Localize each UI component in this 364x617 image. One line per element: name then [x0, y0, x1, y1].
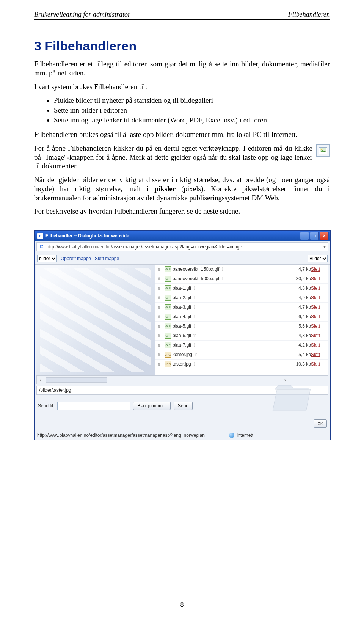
status-bar: http://www.blabyhallen.no/editor/assetma…	[35, 431, 330, 440]
table-row[interactable]: ⇧GIFbaneoversikt_150px.gif ⇧4,7 kbSlett	[155, 265, 328, 274]
delete-link[interactable]: Slett	[311, 314, 320, 319]
file-size: 10,3 kb	[288, 361, 311, 367]
address-dropdown-icon[interactable]: ▾	[321, 244, 328, 250]
delete-link[interactable]: Slett	[311, 267, 320, 272]
insert-icon[interactable]: ⇧	[157, 305, 165, 310]
type-select[interactable]: Bilder	[308, 255, 328, 262]
page-title: 3 Filbehandleren	[34, 39, 330, 53]
paragraph: Når det gjelder bilder er det viktig at …	[34, 175, 330, 202]
globe-icon	[229, 433, 234, 438]
table-row[interactable]: ⇧GIFblaa-5.gif ⇧5,6 kbSlett	[155, 322, 328, 331]
svg-point-2	[321, 149, 322, 150]
delete-link[interactable]: Slett	[311, 361, 320, 367]
filetype-icon: GIF	[165, 342, 171, 348]
file-size: 4,8 kb	[288, 333, 311, 338]
file-name[interactable]: GIFblaa-2.gif ⇧	[165, 295, 288, 301]
insert-icon[interactable]: ⇧	[157, 314, 165, 319]
delete-link[interactable]: Slett	[311, 276, 320, 281]
insert-icon[interactable]: ⇧	[157, 276, 165, 281]
list-item: Sette inn bilder i editoren	[54, 105, 330, 115]
table-row[interactable]: ⇧GIFblaa-4.gif ⇧6,4 kbSlett	[155, 312, 328, 322]
filetype-icon: GIF	[165, 333, 171, 339]
insert-icon[interactable]: ⇧	[157, 333, 165, 338]
table-row[interactable]: ⇧GIFblaa-3.gif ⇧4,7 kbSlett	[155, 303, 328, 312]
insert-icon[interactable]: ⇧	[157, 362, 165, 367]
file-name[interactable]: GIFbaneoversikt_150px.gif ⇧	[165, 266, 288, 272]
file-name[interactable]: GIFblaa-5.gif ⇧	[165, 323, 288, 329]
header-left: Brukerveiledning for administrator	[34, 11, 130, 19]
delete-link[interactable]: Slett	[311, 333, 320, 338]
table-row[interactable]: ⇧JPGkontor.jpg ⇧5,4 kbSlett	[155, 350, 328, 360]
file-size: 4,8 kb	[288, 286, 311, 291]
filetype-icon: GIF	[165, 266, 171, 272]
file-input[interactable]	[57, 402, 130, 410]
filemanager-dialog: e Filbehandler -- Dialogboks for webside…	[34, 230, 331, 440]
zone-label: Internett	[237, 433, 253, 438]
delete-link[interactable]: Slett	[311, 305, 320, 310]
ie-icon: e	[37, 233, 43, 239]
delete-folder-link[interactable]: Slett mappe	[95, 256, 119, 261]
window-title: Filbehandler -- Dialogboks for webside	[46, 233, 129, 239]
file-name[interactable]: GIFblaa-6.gif ⇧	[165, 333, 288, 339]
file-name[interactable]: GIFblaa-4.gif ⇧	[165, 314, 288, 320]
filetype-icon: GIF	[165, 314, 171, 320]
filetype-icon: GIF	[165, 276, 171, 282]
file-name[interactable]: GIFblaa-7.gif ⇧	[165, 342, 288, 348]
insert-icon[interactable]: ⇧	[157, 343, 165, 348]
file-size: 4,2 kb	[288, 342, 311, 348]
send-button[interactable]: Send	[174, 402, 193, 410]
page-icon: 🖺	[38, 243, 45, 250]
file-name[interactable]: JPGtaster.jpg ⇧	[165, 361, 288, 367]
file-name[interactable]: GIFblaa-3.gif ⇧	[165, 304, 288, 310]
file-size: 6,4 kb	[288, 314, 311, 319]
delete-link[interactable]: Slett	[311, 352, 320, 357]
titlebar[interactable]: e Filbehandler -- Dialogboks for webside…	[35, 231, 330, 241]
insert-icon[interactable]: ⇧	[157, 324, 165, 329]
delete-link[interactable]: Slett	[311, 342, 320, 348]
status-url: http://www.blabyhallen.no/editor/assetma…	[37, 433, 205, 438]
toolbar: bilder Opprett mappe Slett mappe Bilder	[35, 253, 330, 265]
table-row[interactable]: ⇧GIFblaa-6.gif ⇧4,8 kbSlett	[155, 331, 328, 341]
ok-button[interactable]: ok	[314, 419, 327, 428]
svg-marker-6	[275, 385, 308, 389]
folder-open-icon	[271, 380, 312, 415]
table-row[interactable]: ⇧GIFblaa-2.gif ⇧4,9 kbSlett	[155, 293, 328, 303]
file-size: 4,7 kb	[288, 305, 311, 310]
image-button-icon	[316, 144, 330, 157]
maximize-button[interactable]: □	[310, 232, 319, 240]
close-button[interactable]: ×	[320, 232, 329, 240]
delete-link[interactable]: Slett	[311, 286, 320, 291]
delete-link[interactable]: Slett	[311, 323, 320, 329]
preview-pane	[36, 265, 155, 375]
minimize-button[interactable]: _	[300, 232, 309, 240]
insert-icon[interactable]: ⇧	[157, 352, 165, 357]
address-url: http://www.blabyhallen.no/editor/assetma…	[47, 244, 321, 250]
create-folder-link[interactable]: Opprett mappe	[61, 256, 91, 261]
insert-icon[interactable]: ⇧	[157, 286, 165, 291]
paragraph: For å åpne Filbehandleren klikker du på …	[34, 144, 330, 171]
insert-icon[interactable]: ⇧	[157, 295, 165, 300]
table-row[interactable]: ⇧JPGtaster.jpg ⇧10,3 kbSlett	[155, 360, 328, 369]
file-size: 5,6 kb	[288, 323, 311, 329]
paragraph: Filbehandleren brukes også til å laste o…	[34, 130, 330, 139]
uses-intro: I vårt system brukes Filbehandleren til:	[34, 82, 330, 91]
filetype-icon: GIF	[165, 295, 171, 301]
file-name[interactable]: JPGkontor.jpg ⇧	[165, 352, 288, 358]
insert-icon[interactable]: ⇧	[157, 267, 165, 272]
list-item: Sette inn og lage lenker til dokumenter …	[54, 115, 330, 125]
file-name[interactable]: GIFbaneoversikt_500px.gif ⇧	[165, 276, 288, 282]
browse-button[interactable]: Bla gjennom...	[133, 402, 171, 410]
svg-marker-5	[273, 389, 311, 410]
scroll-left-icon[interactable]: ‹	[37, 377, 44, 383]
delete-link[interactable]: Slett	[311, 295, 320, 300]
table-row[interactable]: ⇧GIFblaa-7.gif ⇧4,2 kbSlett	[155, 341, 328, 350]
file-size: 4,9 kb	[288, 295, 311, 300]
table-row[interactable]: ⇧GIFblaa-1.gif ⇧4,8 kbSlett	[155, 284, 328, 293]
file-name[interactable]: GIFblaa-1.gif ⇧	[165, 285, 288, 291]
address-bar[interactable]: 🖺 http://www.blabyhallen.no/editor/asset…	[36, 242, 328, 251]
list-item: Plukke bilder til nyheter på startsiden …	[54, 96, 330, 105]
scroll-thumb[interactable]	[46, 377, 107, 383]
folder-select[interactable]: bilder	[37, 255, 57, 262]
filetype-icon: JPG	[165, 352, 171, 358]
table-row[interactable]: ⇧GIFbaneoversikt_500px.gif ⇧30,2 kbSlett	[155, 274, 328, 284]
